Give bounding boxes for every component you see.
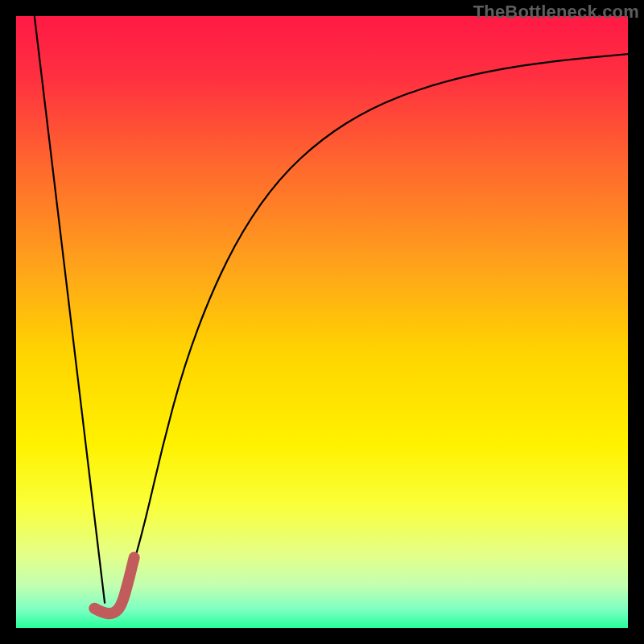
watermark-text: TheBottleneck.com (473, 2, 639, 23)
chart-frame: TheBottleneck.com (0, 0, 644, 644)
plot-area (16, 16, 628, 628)
chart-background-gradient (16, 16, 628, 628)
chart-svg (16, 16, 628, 628)
